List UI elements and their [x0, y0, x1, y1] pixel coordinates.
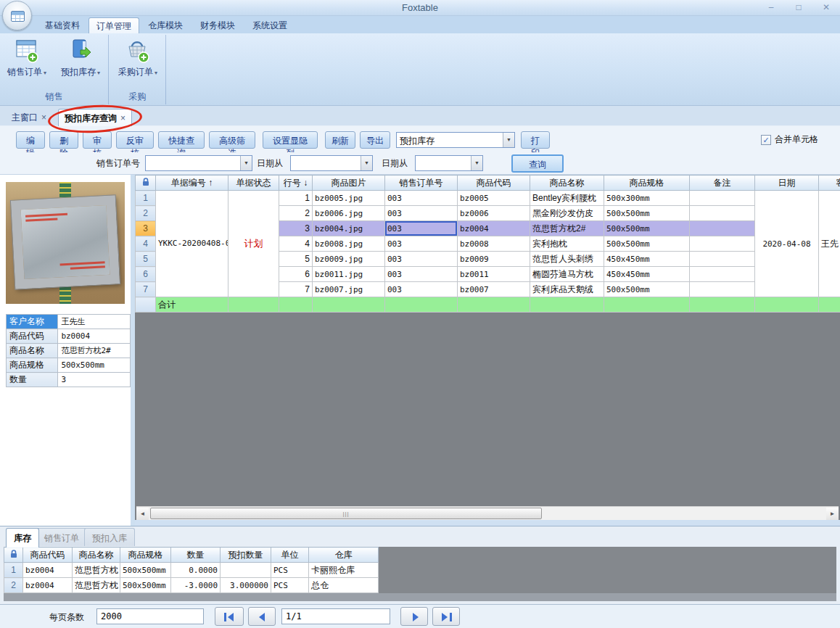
- cell-spec[interactable]: 500x300mm: [604, 191, 690, 206]
- cell-sales-no[interactable]: 003: [385, 267, 458, 282]
- edit-button[interactable]: 编辑: [16, 131, 45, 149]
- chevron-down-icon[interactable]: ▼: [361, 156, 372, 170]
- close-button[interactable]: ✕: [818, 1, 834, 13]
- ribbon-tab-base-data[interactable]: 基础资料: [38, 17, 87, 33]
- cell-line-no[interactable]: 2: [279, 206, 313, 221]
- row-header[interactable]: 2: [136, 206, 156, 221]
- cell-image[interactable]: bz0006.jpg: [313, 206, 385, 221]
- row-header[interactable]: 1: [4, 563, 23, 578]
- detail-value-spec[interactable]: 500x500mm: [58, 358, 131, 373]
- cell-sales-no[interactable]: 003: [385, 191, 458, 206]
- ribbon-tab-finance[interactable]: 财务模块: [193, 17, 242, 33]
- cell-code[interactable]: bz0005: [458, 191, 530, 206]
- tab-stock[interactable]: 库存: [6, 528, 39, 548]
- detail-label-spec[interactable]: 商品规格: [7, 358, 58, 373]
- cell-order-no-merged[interactable]: YKKC-20200408-081623817: [156, 191, 228, 297]
- cell-remark[interactable]: [690, 191, 755, 206]
- ribbon-tab-settings[interactable]: 系统设置: [245, 17, 295, 33]
- unaudit-button[interactable]: 反审核: [116, 131, 154, 149]
- sales-order-button[interactable]: 销售订单▾: [1, 38, 52, 90]
- chevron-down-icon[interactable]: ▾: [97, 70, 100, 76]
- first-page-button[interactable]: [215, 607, 244, 626]
- row-header[interactable]: 1: [136, 191, 156, 206]
- detail-value-customer[interactable]: 王先生: [58, 315, 131, 329]
- cell-image[interactable]: bz0011.jpg: [313, 267, 385, 282]
- chevron-down-icon[interactable]: ▼: [471, 156, 482, 170]
- horizontal-scrollbar[interactable]: ◄ ||| ►: [136, 506, 839, 520]
- cell-sales-no-selected[interactable]: 003: [385, 221, 458, 236]
- col-header-sales-no[interactable]: 销售订单号: [385, 175, 458, 191]
- cell-status-merged[interactable]: 计划: [228, 191, 279, 297]
- cell-name[interactable]: Bentley宾利腰枕: [530, 191, 604, 206]
- cell-line-no[interactable]: 4: [279, 236, 313, 252]
- cell-name[interactable]: 范思哲方枕: [73, 578, 120, 593]
- col-header-status[interactable]: 单据状态: [228, 175, 279, 191]
- row-header[interactable]: 3: [136, 221, 156, 236]
- cell-spec[interactable]: 450x450mm: [604, 252, 690, 267]
- col-header-code[interactable]: 商品代码: [23, 548, 73, 563]
- ribbon-tab-warehouse[interactable]: 仓库模块: [141, 17, 190, 33]
- sales-order-no-combo[interactable]: ▼: [145, 155, 252, 171]
- col-header-warehouse[interactable]: 仓库: [309, 548, 379, 563]
- chevron-down-icon[interactable]: ▼: [240, 156, 252, 170]
- per-page-input[interactable]: [96, 608, 204, 624]
- col-header-line-no[interactable]: 行号 ↓: [279, 175, 313, 191]
- row-header[interactable]: 7: [136, 282, 156, 297]
- next-page-button[interactable]: [400, 607, 428, 626]
- col-header-image[interactable]: 商品图片: [313, 175, 385, 191]
- cell-code[interactable]: bz0008: [458, 236, 530, 252]
- cell-spec[interactable]: 500x500mm: [604, 221, 690, 236]
- cell-sales-no[interactable]: 003: [385, 206, 458, 221]
- merge-cells-checkbox[interactable]: ✓: [761, 135, 771, 145]
- last-page-button[interactable]: [432, 607, 460, 626]
- detail-value-qty[interactable]: 3: [58, 373, 131, 387]
- maximize-button[interactable]: □: [791, 1, 807, 13]
- cell-unit[interactable]: PCS: [271, 578, 309, 593]
- page-number-input[interactable]: [281, 608, 390, 624]
- cell-sales-no[interactable]: 003: [385, 236, 458, 252]
- cell-qty[interactable]: -3.0000: [171, 578, 221, 593]
- cell-date-merged[interactable]: 2020-04-08: [755, 191, 819, 297]
- detail-value-name[interactable]: 范思哲方枕2#: [58, 344, 131, 358]
- stock-grid-scrollbar[interactable]: [4, 593, 836, 601]
- detail-label-code[interactable]: 商品代码: [7, 329, 58, 344]
- row-header[interactable]: 2: [4, 578, 23, 593]
- doc-tab-main[interactable]: 主窗口×: [6, 109, 52, 126]
- cell-name[interactable]: 范思哲方枕: [73, 563, 120, 578]
- cell-spec[interactable]: 500x500mm: [120, 578, 171, 593]
- col-header-order-no[interactable]: 单据编号 ↑: [156, 175, 228, 191]
- col-header-spec[interactable]: 商品规格: [120, 548, 171, 563]
- cell-line-no[interactable]: 5: [279, 252, 313, 267]
- close-icon[interactable]: ×: [120, 113, 125, 123]
- col-header-date[interactable]: 日期: [755, 175, 819, 191]
- cell-name[interactable]: 黑金刚沙发仿皮: [530, 206, 604, 221]
- cell-warehouse[interactable]: 卡丽熙仓库: [309, 563, 379, 578]
- cell-sales-no[interactable]: 003: [385, 282, 458, 297]
- col-header-unit[interactable]: 单位: [271, 548, 309, 563]
- col-header-remark[interactable]: 备注: [690, 175, 755, 191]
- cell-spec[interactable]: 500x500mm: [604, 206, 690, 221]
- col-header-code[interactable]: 商品代码: [458, 175, 530, 191]
- audit-button[interactable]: 审核: [83, 131, 112, 149]
- detail-label-qty[interactable]: 数量: [7, 373, 58, 387]
- cell-image[interactable]: bz0009.jpg: [313, 252, 385, 267]
- cell-remark[interactable]: [690, 282, 755, 297]
- scroll-left-icon[interactable]: ◄: [136, 508, 149, 520]
- cell-customer-merged[interactable]: 王先: [819, 191, 840, 297]
- cell-image[interactable]: bz0007.jpg: [313, 282, 385, 297]
- grid-corner[interactable]: [136, 175, 156, 191]
- cell-spec[interactable]: 450x450mm: [604, 267, 690, 282]
- cell-remark[interactable]: [690, 252, 755, 267]
- col-header-spec[interactable]: 商品规格: [604, 175, 690, 191]
- date-to-combo[interactable]: ▼: [415, 155, 483, 171]
- cell-image[interactable]: bz0008.jpg: [313, 236, 385, 252]
- scrollbar-thumb[interactable]: |||: [150, 508, 542, 519]
- cell-line-no[interactable]: 7: [279, 282, 313, 297]
- cell-remark[interactable]: [690, 221, 755, 236]
- cell-line-no[interactable]: 6: [279, 267, 313, 282]
- cell-unit[interactable]: PCS: [271, 563, 309, 578]
- cell-image[interactable]: bz0004.jpg: [313, 221, 385, 236]
- cell-code[interactable]: bz0009: [458, 252, 530, 267]
- cell-code[interactable]: bz0007: [458, 282, 530, 297]
- grid-corner[interactable]: [4, 548, 23, 563]
